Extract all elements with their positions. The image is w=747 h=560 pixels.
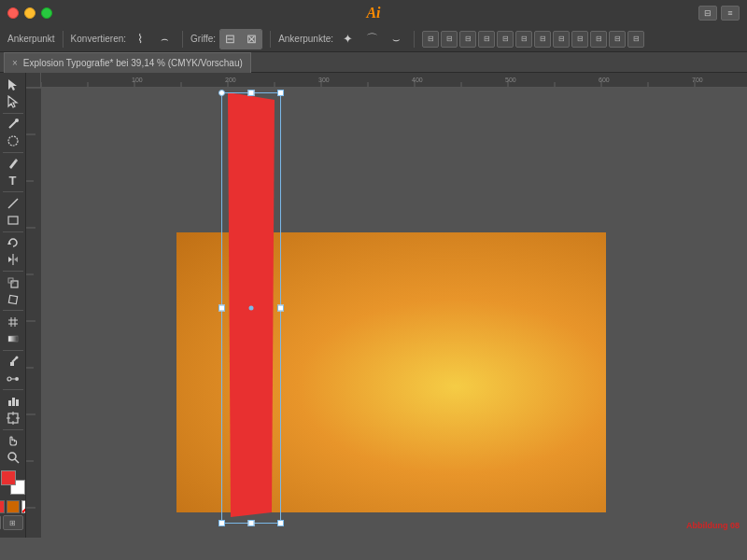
tool-divider-6 [3,310,23,311]
tool-divider-9 [3,429,23,430]
tool-selection[interactable] [2,77,24,92]
ruler-h-svg: 100 200 300 400 500 600 700 [41,73,747,87]
tab-close-btn[interactable]: × [12,58,18,68]
tool-free-transform[interactable] [2,291,24,307]
tool-rectangle[interactable] [2,212,24,228]
handles-btn-1[interactable]: ⊟ [220,30,241,49]
svg-text:600: 600 [599,77,610,83]
svg-rect-26 [16,399,19,406]
align-icon-6[interactable]: ⊟ [515,31,532,48]
align-icon-5[interactable]: ⊟ [497,31,514,48]
handles-label: Griffe: [190,34,216,44]
tool-divider-7 [3,350,23,351]
color-boxes: ⊡ ⊞ ⊟ [0,467,26,534]
ap-icon-2[interactable]: ⌒ [361,30,382,49]
canvas-area: 100 200 300 400 500 600 700 [26,73,747,538]
maximize-button[interactable] [41,7,52,19]
tool-bar-chart[interactable] [2,393,24,409]
svg-rect-25 [12,398,15,406]
tool-type[interactable]: T [2,173,24,189]
tool-divider-4 [3,231,23,232]
mode-row: ⊡ ⊞ ⊟ [0,515,26,530]
tool-eyedropper[interactable] [2,354,24,370]
convert-icon-1[interactable]: ⌇ [130,30,150,49]
mode-icon-2[interactable]: ⊞ [3,515,23,530]
svg-point-32 [8,453,16,460]
window-icon-2[interactable]: ≡ [721,6,740,21]
sep2 [182,31,183,48]
tool-direct-selection[interactable] [2,93,24,109]
doc-canvas: Abbildung 08 [41,88,747,538]
anchor-points-label: Ankerpunkte: [278,34,333,44]
align-icon-7[interactable]: ⊟ [534,31,551,48]
align-icon-11[interactable]: ⊟ [609,31,626,48]
align-icons: ⊟ ⊟ ⊟ ⊟ ⊟ ⊟ ⊟ ⊟ ⊟ ⊟ ⊟ ⊟ [422,31,644,48]
color-row [0,500,26,513]
align-icon-9[interactable]: ⊟ [571,31,588,48]
align-icon-4[interactable]: ⊟ [478,31,495,48]
svg-point-22 [15,377,19,381]
svg-point-4 [8,136,18,146]
svg-rect-10 [11,281,18,287]
svg-rect-57 [26,88,41,538]
align-icon-1[interactable]: ⊟ [422,31,439,48]
tool-hand[interactable] [2,432,24,448]
main-area: T [0,73,747,538]
svg-text:200: 200 [225,77,236,83]
svg-rect-17 [8,336,18,342]
color-swatch-red[interactable] [0,500,5,513]
tool-blend[interactable] [2,371,24,386]
tool-artboard[interactable] [2,410,24,426]
svg-marker-0 [8,79,17,91]
svg-point-21 [7,377,11,381]
minimize-button[interactable] [24,7,35,19]
doc-tab-bar: × Explosion Typografie* bei 39,14 % (CMY… [0,52,747,73]
convert-icon-2[interactable]: ⌢ [154,30,175,49]
red-shape-svg [223,92,279,522]
svg-rect-7 [8,217,18,224]
align-icon-2[interactable]: ⊟ [441,31,458,48]
align-icon-12[interactable]: ⊟ [627,31,644,48]
watermark: Abbildung 08 [686,521,740,530]
traffic-lights [7,7,52,19]
tool-gradient[interactable] [2,331,24,347]
fg-color[interactable] [1,470,16,485]
tool-lasso[interactable] [2,133,24,149]
tool-scale[interactable] [2,274,24,290]
svg-rect-24 [8,400,11,406]
red-shape-container [223,92,279,522]
close-button[interactable] [7,7,19,19]
svg-rect-18 [10,362,14,366]
ruler-v-svg [26,88,41,538]
svg-text:700: 700 [692,77,703,83]
doc-tab[interactable]: × Explosion Typografie* bei 39,14 % (CMY… [4,52,251,73]
tool-divider-2 [3,152,23,153]
svg-point-20 [15,357,18,359]
tool-line[interactable] [2,195,24,211]
ap-icon-3[interactable]: ⌣ [386,30,406,49]
handles-group: ⊟ ⊠ [219,29,262,49]
tool-divider-5 [3,271,23,272]
mode-icon-1[interactable]: ⊡ [0,515,1,530]
tool-zoom[interactable] [2,450,24,466]
anchor-label: Ankerpunkt [7,34,55,44]
svg-text:300: 300 [318,77,330,83]
left-toolbar: T [0,73,26,538]
window-icon-1[interactable]: ⊟ [698,6,717,21]
color-swatch-orange[interactable] [7,500,20,513]
titlebar-icons: ⊟ ≡ [698,6,740,21]
svg-rect-34 [41,73,747,87]
align-icon-8[interactable]: ⊟ [553,31,570,48]
tool-pen[interactable] [2,156,24,172]
align-icon-10[interactable]: ⊟ [590,31,607,48]
titlebar: Ai ⊟ ≡ [0,0,747,26]
tool-rotate[interactable] [2,235,24,251]
svg-marker-8 [7,241,11,245]
sep3 [270,31,271,48]
tool-mesh[interactable] [2,314,24,329]
tool-magic-wand[interactable] [2,116,24,132]
ap-icon-1[interactable]: ✦ [337,30,358,49]
handles-btn-2[interactable]: ⊠ [241,30,261,49]
tool-mirror[interactable] [2,252,24,268]
align-icon-3[interactable]: ⊟ [459,31,476,48]
